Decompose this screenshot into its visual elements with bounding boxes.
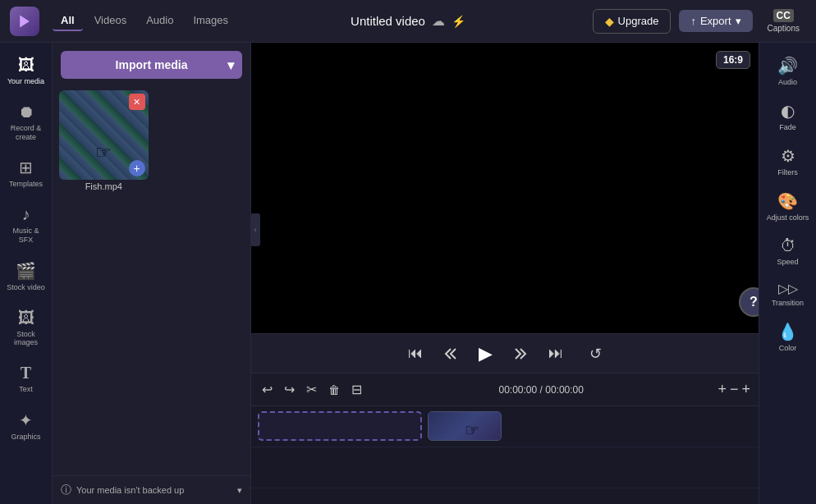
cut-button[interactable]: ✂ <box>304 379 319 400</box>
rewind-button[interactable] <box>439 342 462 365</box>
tab-all[interactable]: All <box>53 11 83 31</box>
sidebar-item-label-music-sfx: Music & SFX <box>6 227 47 245</box>
captions-button[interactable]: CC Captions <box>761 6 806 36</box>
sidebar-item-graphics[interactable]: ✦ Graphics <box>2 404 50 448</box>
transition-tool-icon: ▷▷ <box>778 281 798 296</box>
export-label: Export <box>700 15 731 27</box>
media-panel: Import media ▾ ✕ + ☞ Fish.mp4 ⓘ Your med… <box>53 43 251 504</box>
redo-button[interactable]: ↪ <box>282 379 297 400</box>
add-media-button[interactable]: + <box>129 160 145 176</box>
delete-button[interactable]: 🗑 <box>326 381 342 399</box>
sidebar-item-templates[interactable]: ⊞ Templates <box>2 151 50 195</box>
timeline-tracks: ☞ Drag & drop media here <box>251 405 759 504</box>
tab-images[interactable]: Images <box>185 11 236 31</box>
sidebar-item-record-create[interactable]: ⏺ Record & create <box>2 96 50 149</box>
tab-audio[interactable]: Audio <box>138 11 181 31</box>
sidebar-item-text[interactable]: T Text <box>2 357 50 401</box>
sidebar-item-music-sfx[interactable]: ♪ Music & SFX <box>2 199 50 251</box>
add-track-button[interactable]: + <box>717 381 727 398</box>
media-grid: ✕ + ☞ Fish.mp4 <box>53 84 250 475</box>
aspect-ratio-badge[interactable]: 16:9 <box>716 51 750 69</box>
upgrade-button[interactable]: ◆ Upgrade <box>593 9 672 34</box>
fade-tool-icon: ◐ <box>781 101 795 121</box>
tool-adjust-colors[interactable]: 🎨 Adjust colors <box>762 185 814 228</box>
tool-speed[interactable]: ⏱ Speed <box>762 230 814 273</box>
tool-filters[interactable]: ⚙ Filters <box>762 140 814 183</box>
record-create-icon: ⏺ <box>18 103 34 121</box>
sidebar-item-label-text: Text <box>19 385 33 394</box>
tab-videos[interactable]: Videos <box>86 11 135 31</box>
sidebar-item-label-stock-images: Stock images <box>6 330 47 348</box>
tool-fade[interactable]: ◐ Fade <box>762 94 814 138</box>
audio-tool-label: Audio <box>778 78 797 86</box>
filters-tool-icon: ⚙ <box>781 146 795 166</box>
import-dropdown-arrow: ▾ <box>227 57 234 73</box>
backup-notice-label: Your media isn't backed up <box>76 485 184 495</box>
media-backup-bar: ⓘ Your media isn't backed up ▾ <box>53 475 250 504</box>
preview-area: 16:9 ? ⏮ ▶ ⏭ ↺ ↩ ↪ ✂ 🗑 <box>251 43 759 504</box>
clip-placeholder[interactable] <box>258 411 422 441</box>
sidebar-item-stock-images[interactable]: 🖼 Stock images <box>2 302 50 355</box>
templates-icon: ⊞ <box>19 158 33 177</box>
skip-to-start-button[interactable]: ⏮ <box>405 341 426 365</box>
video-preview: 16:9 ? <box>251 43 759 333</box>
export-chevron-icon: ▾ <box>736 15 741 27</box>
sync-icon: ⚡ <box>452 15 465 28</box>
sidebar-item-label-graphics: Graphics <box>11 433 40 442</box>
fast-forward-button[interactable] <box>509 342 532 365</box>
captions-label: Captions <box>768 24 800 33</box>
drag-drop-area[interactable]: Drag & drop media here <box>251 488 759 504</box>
loop-button[interactable]: ↺ <box>586 341 605 366</box>
undo-button[interactable]: ↩ <box>259 379 275 400</box>
info-icon: ⓘ <box>61 483 71 497</box>
zoom-in-button[interactable]: + <box>741 381 750 398</box>
audio-tool-icon: 🔊 <box>777 56 798 76</box>
adjust-colors-tool-label: Adjust colors <box>767 213 809 222</box>
tool-color[interactable]: 💧 Color <box>762 315 814 359</box>
app-logo[interactable] <box>10 7 39 36</box>
color-tool-icon: 💧 <box>777 322 798 341</box>
zoom-out-button[interactable]: − <box>730 381 739 398</box>
play-button[interactable]: ▶ <box>475 340 496 368</box>
import-media-label: Import media <box>116 58 188 71</box>
transition-tool-label: Transition <box>772 299 804 307</box>
export-button[interactable]: ↑ Export ▾ <box>679 10 752 32</box>
export-arrow-icon: ↑ <box>690 15 696 27</box>
your-media-icon: 🖼 <box>18 56 34 75</box>
backup-chevron-icon[interactable]: ▾ <box>237 485 242 496</box>
media-thumbnail[interactable]: ✕ + ☞ <box>59 90 149 180</box>
sidebar-item-stock-video[interactable]: 🎬 Stock video <box>2 254 50 299</box>
color-tool-label: Color <box>779 344 797 352</box>
sidebar-item-your-media[interactable]: 🖼 Your media <box>2 49 50 93</box>
preview-controls: ⏮ ▶ ⏭ ↺ <box>251 333 759 373</box>
topbar-right: ◆ Upgrade ↑ Export ▾ CC Captions <box>541 6 806 36</box>
timeline-cursor-icon: ☞ <box>465 420 479 440</box>
skip-to-end-button[interactable]: ⏭ <box>545 341 566 365</box>
right-sidebar: 🔊 Audio ◐ Fade ⚙ Filters 🎨 Adjust colors… <box>759 43 816 504</box>
nav-tabs: All Videos Audio Images <box>53 11 236 31</box>
zoom-controls: + − + <box>717 381 750 398</box>
cursor-hand-icon: ☞ <box>95 142 112 163</box>
svg-marker-0 <box>20 15 30 27</box>
stock-video-icon: 🎬 <box>16 261 36 281</box>
split-button[interactable]: ⊟ <box>349 379 364 400</box>
tool-audio[interactable]: 🔊 Audio <box>762 49 814 93</box>
adjust-colors-tool-icon: 🎨 <box>777 191 798 211</box>
import-media-button[interactable]: Import media ▾ <box>61 51 242 79</box>
speed-tool-icon: ⏱ <box>780 236 796 255</box>
speed-tool-label: Speed <box>777 258 798 266</box>
timeline-bar: ↩ ↪ ✂ 🗑 ⊟ 00:00:00 / 00:00:00 + − + <box>251 373 759 405</box>
topbar: All Videos Audio Images Untitled video ☁… <box>0 0 816 43</box>
stock-images-icon: 🖼 <box>18 309 34 328</box>
collapse-panel-handle[interactable]: ‹ <box>250 213 260 246</box>
graphics-icon: ✦ <box>19 410 33 430</box>
media-file-item: ✕ + ☞ Fish.mp4 <box>59 90 149 469</box>
icon-sidebar: 🖼 Your media ⏺ Record & create ⊞ Templat… <box>0 43 53 504</box>
tool-transition[interactable]: ▷▷ Transition <box>762 274 814 314</box>
delete-media-button[interactable]: ✕ <box>129 94 145 110</box>
project-title: Untitled video <box>351 14 425 28</box>
media-filename: Fish.mp4 <box>59 180 149 191</box>
upgrade-label: Upgrade <box>618 15 659 27</box>
cc-icon: CC <box>773 9 794 22</box>
sidebar-item-label-your-media: Your media <box>7 77 44 86</box>
